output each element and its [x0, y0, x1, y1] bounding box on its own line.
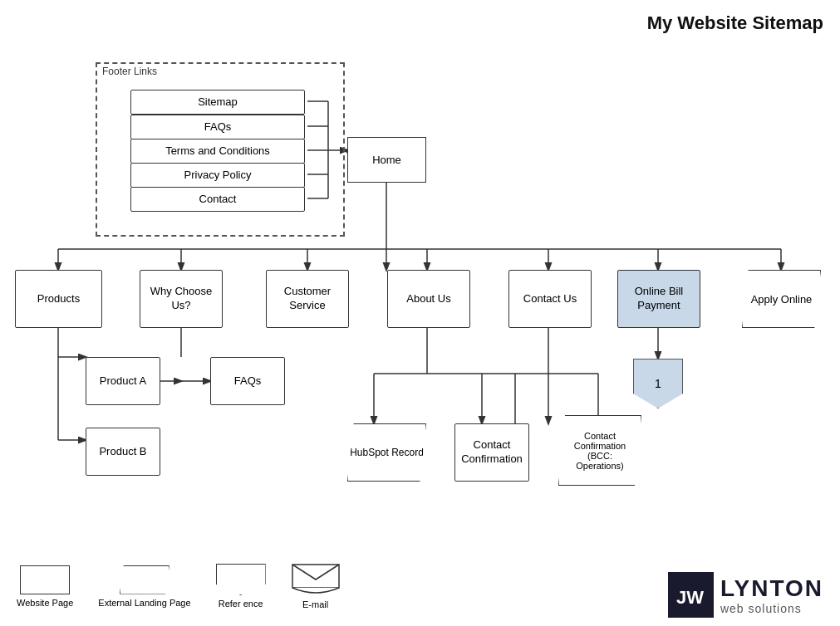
why-choose-node: Why Choose Us?: [140, 270, 223, 328]
privacy-node: Privacy Policy: [130, 163, 305, 188]
contact-us-node: Contact Us: [508, 270, 592, 328]
products-node: Products: [15, 270, 102, 328]
page-container: My Website Sitemap: [0, 0, 840, 626]
legend-reference-shape: [216, 564, 266, 595]
contact-confirmation-node: Contact Confirmation: [454, 423, 529, 482]
logo-text: LYNTON web solutions: [720, 575, 823, 615]
logo-icon: JW: [668, 572, 714, 618]
product-b-node: Product B: [86, 428, 160, 476]
legend-reference: Refer ence: [216, 564, 266, 609]
page-title: My Website Sitemap: [647, 12, 823, 34]
legend-external-landing: External Landing Page: [98, 565, 190, 608]
legend-website-page: Website Page: [17, 565, 73, 608]
footer-links-label: Footer Links: [102, 66, 157, 77]
contact-footer-node: Contact: [130, 187, 305, 212]
legend-email-shape: [291, 563, 341, 596]
svg-text:JW: JW: [676, 587, 704, 608]
legend-external-shape: [120, 565, 169, 594]
faqs-footer-node: FAQs: [130, 115, 305, 139]
legend: Website Page External Landing Page Refer…: [17, 563, 341, 609]
contact-confirmation-bcc-node: Contact Confirmation (BCC: Operations): [558, 415, 641, 486]
customer-service-node: Customer Service: [266, 270, 349, 328]
legend-email: E-mail: [291, 563, 341, 609]
legend-website-page-shape: [20, 565, 70, 594]
home-node: Home: [347, 137, 426, 183]
online-bill-node: Online Bill Payment: [617, 270, 700, 328]
faqs-main-node: FAQs: [210, 357, 285, 405]
svg-rect-35: [292, 565, 339, 588]
apply-online-node: Apply Online: [742, 270, 821, 328]
sitemap-node: Sitemap: [130, 90, 305, 115]
logo-area: JW LYNTON web solutions: [668, 572, 823, 618]
reference-1-node: 1: [633, 359, 683, 408]
hubspot-node: HubSpot Record: [347, 423, 426, 482]
product-a-node: Product A: [86, 357, 160, 405]
terms-node: Terms and Conditions: [130, 139, 305, 164]
about-us-node: About Us: [387, 270, 470, 328]
